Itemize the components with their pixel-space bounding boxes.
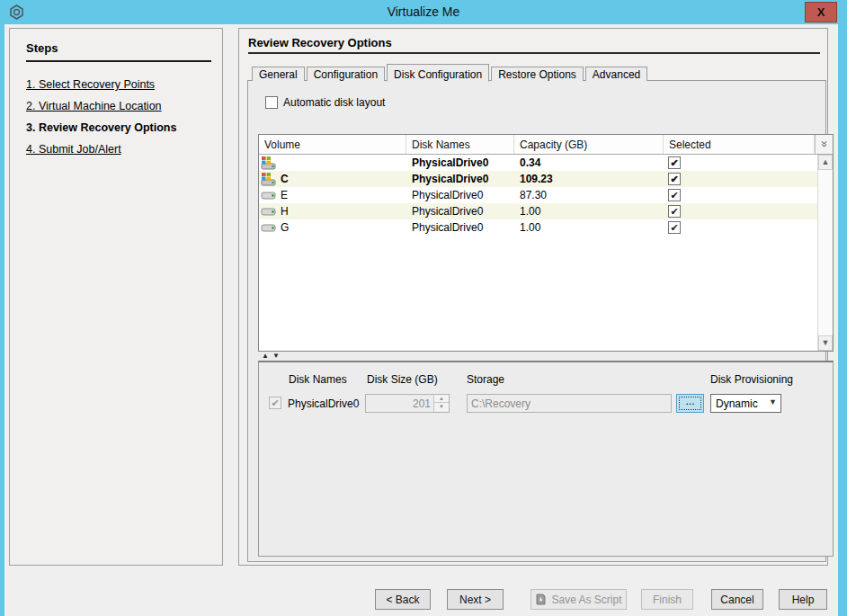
tab-configuration[interactable]: Configuration xyxy=(307,67,385,81)
step-submit-job-alert[interactable]: 4. Submit Job/Alert xyxy=(26,143,213,156)
disk-name-value: PhysicalDrive0 xyxy=(288,397,359,410)
spin-down-icon[interactable]: ▼ xyxy=(434,403,449,411)
panel-splitter[interactable]: ▲ ▼ xyxy=(258,353,834,361)
window-border-left xyxy=(0,24,4,616)
disk-name-cell: PhysicalDrive0 xyxy=(406,156,514,169)
drive-icon xyxy=(261,188,277,202)
volume-table-header: Volume Disk Names Capacity (GB) Selected… xyxy=(259,135,833,155)
table-row[interactable]: PhysicalDrive0 0.34 ✔ xyxy=(259,155,817,171)
drive-icon xyxy=(261,220,277,235)
automatic-disk-layout-checkbox[interactable]: ✔ xyxy=(265,96,278,109)
disk-provisioning-value: Dynamic xyxy=(716,397,758,410)
scroll-down-icon[interactable]: ▼ xyxy=(818,335,833,351)
scroll-up-icon[interactable]: ▲ xyxy=(818,155,833,170)
disk-include-checkbox: ✔ xyxy=(269,397,281,409)
capacity-cell: 109.23 xyxy=(514,173,664,185)
steps-sidebar: Steps 1. Select Recovery Points 2. Virtu… xyxy=(9,28,223,566)
finish-button: Finish xyxy=(641,589,693,610)
window-title: Virtualize Me xyxy=(0,4,847,19)
capacity-cell: 1.00 xyxy=(514,205,664,218)
tab-restore-options[interactable]: Restore Options xyxy=(491,67,584,81)
next-button[interactable]: Next > xyxy=(447,589,504,610)
disk-name-cell: PhysicalDrive0 xyxy=(406,173,514,185)
column-header-volume[interactable]: Volume xyxy=(259,135,406,154)
volume-table-body: PhysicalDrive0 0.34 ✔ C Physica xyxy=(259,155,817,351)
capacity-cell: 0.34 xyxy=(514,156,664,169)
disk-size-spinner: ▲ ▼ xyxy=(365,394,450,413)
disk-provisioning-select[interactable]: Dynamic ▼ xyxy=(710,394,781,413)
tab-advanced[interactable]: Advanced xyxy=(585,67,647,81)
double-chevron-icon: » xyxy=(815,140,833,147)
steps-heading: Steps xyxy=(26,41,211,62)
browse-button[interactable]: ... xyxy=(676,394,704,413)
row-selected-checkbox[interactable]: ✔ xyxy=(668,156,681,169)
vertical-scrollbar[interactable]: ▲ ▼ xyxy=(817,155,833,351)
splitter-collapse-down-icon[interactable]: ▼ xyxy=(272,352,280,360)
disk-provisioning-label: Disk Provisioning xyxy=(710,373,793,386)
step-review-recovery-options: 3. Review Recovery Options xyxy=(26,121,213,134)
disk-properties-panel: Disk Names Disk Size (GB) Storage Disk P… xyxy=(258,361,834,557)
heading-rule xyxy=(248,52,820,54)
disk-name-cell: PhysicalDrive0 xyxy=(406,205,514,218)
window-border-right xyxy=(838,24,847,616)
volume-name: G xyxy=(281,221,289,234)
disk-size-input[interactable] xyxy=(366,395,432,412)
column-header-capacity[interactable]: Capacity (GB) xyxy=(514,135,664,154)
disk-size-label: Disk Size (GB) xyxy=(367,373,438,386)
row-selected-checkbox[interactable]: ✔ xyxy=(668,189,681,201)
row-selected-checkbox[interactable]: ✔ xyxy=(668,221,681,234)
automatic-disk-layout-row: ✔ Automatic disk layout xyxy=(265,96,385,109)
step-virtual-machine-location[interactable]: 2. Virtual Machine Location xyxy=(26,100,213,112)
table-row[interactable]: C PhysicalDrive0 109.23 ✔ xyxy=(259,171,817,187)
disk-configuration-tab-panel: ✔ Automatic disk layout Volume Disk Name… xyxy=(247,80,826,562)
table-row[interactable]: G PhysicalDrive0 1.00 ✔ xyxy=(259,219,817,236)
chevron-down-icon: ▼ xyxy=(769,397,777,406)
volume-name: H xyxy=(281,205,289,218)
row-selected-checkbox[interactable]: ✔ xyxy=(668,205,681,218)
drive-icon xyxy=(261,204,277,219)
tab-disk-configuration[interactable]: Disk Configuration xyxy=(387,64,489,82)
automatic-disk-layout-label: Automatic disk layout xyxy=(283,96,385,109)
volume-name: E xyxy=(281,189,288,201)
close-button[interactable]: X xyxy=(805,2,837,22)
storage-label: Storage xyxy=(467,373,504,386)
page-title: Review Recovery Options xyxy=(248,36,392,49)
back-button[interactable]: < Back xyxy=(375,589,431,610)
script-icon xyxy=(535,594,547,605)
splitter-collapse-up-icon[interactable]: ▲ xyxy=(262,352,269,360)
main-panel: Review Recovery Options General Configur… xyxy=(238,28,828,566)
storage-path-input[interactable] xyxy=(467,394,672,413)
table-row[interactable]: E PhysicalDrive0 87.30 ✔ xyxy=(259,187,817,203)
column-header-selected[interactable]: Selected xyxy=(664,135,815,154)
capacity-cell: 1.00 xyxy=(514,221,664,234)
save-as-script-label: Save As Script xyxy=(551,594,621,606)
row-selected-checkbox[interactable]: ✔ xyxy=(668,173,681,185)
disk-names-label: Disk Names xyxy=(289,373,347,386)
spin-up-icon[interactable]: ▲ xyxy=(434,395,449,403)
help-button[interactable]: Help xyxy=(779,589,827,610)
system-drive-icon xyxy=(261,172,277,186)
system-drive-icon xyxy=(261,156,277,170)
table-row[interactable]: H PhysicalDrive0 1.00 ✔ xyxy=(259,203,817,219)
disk-name-cell: PhysicalDrive0 xyxy=(406,189,514,201)
capacity-cell: 87.30 xyxy=(514,189,664,201)
save-as-script-button: Save As Script xyxy=(530,589,627,610)
tab-general[interactable]: General xyxy=(252,67,305,81)
volume-name: C xyxy=(281,173,289,185)
cancel-button[interactable]: Cancel xyxy=(711,589,763,610)
volume-table: Volume Disk Names Capacity (GB) Selected… xyxy=(258,134,834,352)
tab-strip: General Configuration Disk Configuration… xyxy=(252,64,649,81)
disk-name-cell: PhysicalDrive0 xyxy=(406,221,514,234)
title-bar: Virtualize Me X xyxy=(0,0,847,24)
step-select-recovery-points[interactable]: 1. Select Recovery Points xyxy=(26,78,213,91)
column-chooser-button[interactable]: » xyxy=(815,135,833,154)
column-header-disk-names[interactable]: Disk Names xyxy=(406,135,514,154)
